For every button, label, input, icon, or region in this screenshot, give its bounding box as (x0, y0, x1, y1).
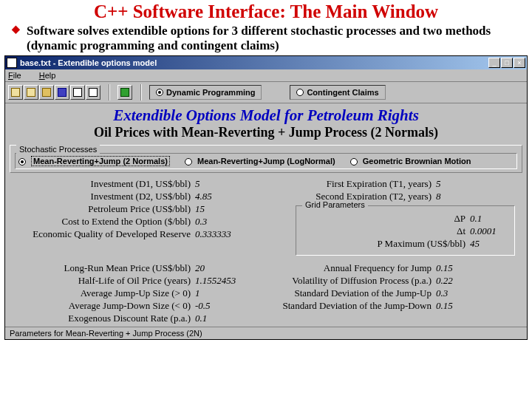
close-button[interactable]: × (514, 58, 525, 68)
radio-contingent-icon (296, 89, 304, 96)
stochastic-opt-1-label: Mean-Reverting+Jump (2 Normals) (31, 156, 170, 166)
menu-file[interactable]: File (8, 71, 30, 80)
param-value[interactable]: 4.85 (195, 191, 212, 202)
param-value[interactable]: 0.15 (436, 262, 453, 274)
params-block-1: Investment (D1, US$/bbl)5Investment (D2,… (5, 176, 527, 260)
param-row: Petroleum Price (US$/bbl)15 (14, 203, 266, 215)
minimize-button[interactable]: _ (488, 58, 500, 68)
param-label: Standard Deviation of the Jump-Down (266, 300, 436, 312)
param-value[interactable]: 15 (195, 203, 205, 215)
app-icon (7, 58, 17, 68)
slide-subtitle: Software solves extendible options for 3… (0, 24, 532, 55)
grid-row: Δt0.0001 (304, 225, 507, 237)
menu-help[interactable]: Help (39, 71, 65, 80)
param-value[interactable]: 5 (195, 178, 200, 190)
grid-legend: Grid Parameters (302, 200, 368, 209)
param-value[interactable]: 1 (195, 287, 200, 299)
param-value[interactable]: 0.22 (436, 275, 453, 287)
param-label: Average Jump-Up Size (> 0) (14, 287, 195, 299)
param-value[interactable]: 0.3 (195, 216, 207, 228)
param-row: Standard Deviation of the Jump-Down0.15 (266, 300, 518, 312)
param-row: Average Jump-Down Size (< 0)-0.5 (14, 300, 266, 312)
param-value[interactable]: 0.15 (436, 300, 453, 312)
stochastic-opt-3[interactable]: Geometric Brownian Motion (350, 157, 471, 166)
param-row: Investment (D2, US$/bbl)4.85 (14, 191, 266, 202)
grid-label: Δt (457, 225, 466, 237)
param-row: Standard Deviation of the Jump-Up0.3 (266, 287, 518, 299)
param-label: Exogenous Discount Rate (p.a.) (14, 313, 195, 324)
param-label: Investment (D1, US$/bbl) (14, 178, 195, 190)
param-row: Investment (D1, US$/bbl)5 (14, 178, 266, 190)
grid-label: ΔP (454, 213, 466, 225)
radio-dynamic-label: Dynamic Programming (166, 88, 255, 97)
param-label: Economic Quality of Developed Reserve (14, 228, 195, 240)
toolbar-run-icon[interactable] (117, 85, 132, 100)
grid-value[interactable]: 0.0001 (470, 225, 507, 237)
grid-row: P Maximum (US$/bbl)45 (304, 238, 507, 250)
toolbar-button-6[interactable] (86, 85, 100, 100)
stochastic-group: Stochastic Processes Mean-Reverting+Jump… (10, 145, 522, 173)
stochastic-opt-2[interactable]: Mean-Reverting+Jump (LogNormal) (185, 157, 335, 166)
stochastic-opt-1[interactable]: Mean-Reverting+Jump (2 Normals) (18, 157, 170, 166)
app-window: base.txt - Extendible options model _ □ … (4, 55, 528, 340)
slide-title: C++ Software Interface: The Main Window (0, 1, 532, 22)
param-label: Standard Deviation of the Jump-Up (266, 287, 436, 299)
radio-icon (18, 158, 26, 166)
param-label: Half-Life of Oil Price (years) (14, 275, 195, 287)
radio-dynamic-icon (156, 89, 163, 96)
radio-contingent-label: Contingent Claims (307, 88, 378, 97)
param-value[interactable]: 5 (436, 178, 441, 190)
param-value[interactable]: 0.3 (436, 287, 448, 299)
method-contingent-claims[interactable]: Contingent Claims (290, 85, 385, 100)
param-row: Half-Life of Oil Price (years)1.1552453 (14, 275, 266, 287)
client-area: Extendible Options Model for Petroleum R… (5, 103, 527, 327)
param-label: Average Jump-Down Size (< 0) (14, 300, 195, 312)
maximize-button[interactable]: □ (501, 58, 513, 68)
param-row: Long-Run Mean Price (US$/bbl)20 (14, 262, 266, 274)
toolbar-open-icon[interactable] (39, 85, 54, 100)
params-block-2: Long-Run Mean Price (US$/bbl)20Half-Life… (5, 260, 527, 327)
grid-parameters-group: Grid Parameters ΔP0.1Δt0.0001P Maximum (… (296, 205, 515, 256)
toolbar-save-icon[interactable] (55, 85, 69, 100)
param-value[interactable]: 8 (436, 191, 441, 202)
toolbar: Dynamic Programming Contingent Claims (5, 82, 527, 103)
method-dynamic-programming[interactable]: Dynamic Programming (149, 85, 262, 100)
param-label: Investment (D2, US$/bbl) (14, 191, 195, 202)
toolbar-button-2[interactable] (24, 85, 38, 100)
stochastic-legend: Stochastic Processes (16, 145, 100, 154)
stochastic-opt-3-label: Geometric Brownian Motion (363, 157, 471, 166)
param-label: Petroleum Price (US$/bbl) (14, 203, 195, 215)
param-row: Economic Quality of Developed Reserve0.3… (14, 228, 266, 240)
param-value[interactable]: -0.5 (195, 300, 211, 312)
param-row: Volatility of Diffusion Process (p.a.)0.… (266, 275, 518, 287)
param-row: Exogenous Discount Rate (p.a.)0.1 (14, 313, 266, 324)
window-buttons: _ □ × (488, 58, 525, 68)
param-label: Volatility of Diffusion Process (p.a.) (266, 275, 436, 287)
param-row: First Expiration (T1, years)5 (266, 178, 518, 190)
toolbar-print-icon[interactable] (70, 85, 85, 100)
stochastic-opt-2-label: Mean-Reverting+Jump (LogNormal) (197, 157, 335, 166)
radio-icon (185, 158, 192, 166)
window-title: base.txt - Extendible options model (20, 58, 488, 67)
param-label: Long-Run Mean Price (US$/bbl) (14, 262, 195, 274)
toolbar-button-1[interactable] (8, 85, 23, 100)
grid-row: ΔP0.1 (304, 213, 507, 225)
param-value[interactable]: 0.1 (195, 313, 207, 324)
param-row: Cost to Extend the Option ($/bbl)0.3 (14, 216, 266, 228)
param-label: Cost to Extend the Option ($/bbl) (14, 216, 195, 228)
menubar: File Help (5, 69, 527, 82)
heading-sub: Oil Prices with Mean-Reverting + Jump Pr… (5, 125, 527, 143)
param-label: Annual Frequency for Jump (266, 262, 436, 274)
param-row: Average Jump-Up Size (> 0)1 (14, 287, 266, 299)
param-row: Annual Frequency for Jump0.15 (266, 262, 518, 274)
toolbar-separator-2 (140, 84, 142, 100)
param-value[interactable]: 20 (195, 262, 205, 274)
param-value[interactable]: 0.333333 (195, 228, 231, 240)
grid-value[interactable]: 45 (470, 238, 507, 250)
param-value[interactable]: 1.1552453 (195, 275, 236, 287)
heading-main: Extendible Options Model for Petroleum R… (5, 103, 527, 125)
radio-icon (350, 158, 358, 166)
titlebar: base.txt - Extendible options model _ □ … (5, 56, 527, 69)
grid-label: P Maximum (US$/bbl) (378, 238, 466, 250)
grid-value[interactable]: 0.1 (470, 213, 507, 225)
